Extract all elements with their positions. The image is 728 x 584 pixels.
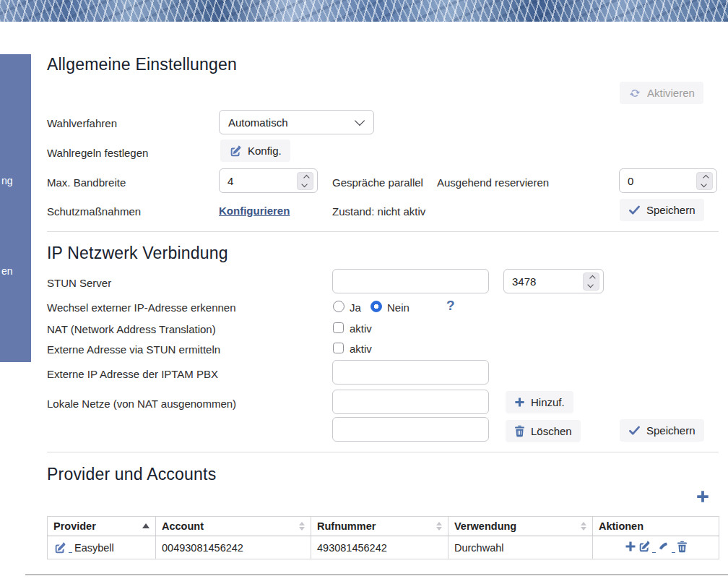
ausgehend-reservieren-label: Ausgehend reservieren bbox=[437, 176, 549, 189]
pbx-settings-page: ng en Allgemeine Einstellungen Aktiviere… bbox=[0, 0, 728, 584]
add-provider-button[interactable] bbox=[696, 489, 710, 507]
phone-config-icon[interactable] bbox=[657, 540, 670, 555]
check-icon bbox=[628, 424, 641, 437]
stun-port-value: 3478 bbox=[512, 275, 583, 288]
refresh-icon bbox=[628, 87, 641, 100]
column-header-provider[interactable]: Provider bbox=[48, 517, 156, 536]
edit-account-icon[interactable] bbox=[638, 540, 651, 555]
plus-icon bbox=[514, 397, 525, 408]
section-title-network: IP Netzwerk Verbindung bbox=[47, 244, 228, 263]
add-network-button-label: Hinzuf. bbox=[531, 396, 565, 408]
externe-ip-input[interactable] bbox=[332, 360, 489, 385]
ausgehend-reservieren-value: 0 bbox=[628, 175, 696, 187]
sidebar-item-fragment[interactable]: en bbox=[1, 265, 13, 277]
stun-server-input[interactable] bbox=[332, 269, 489, 293]
konfigurieren-link[interactable]: Konfigurieren bbox=[219, 205, 290, 217]
sort-icons[interactable] bbox=[436, 522, 442, 531]
column-header-verwendung[interactable]: Verwendung bbox=[448, 517, 593, 536]
rufnummer-cell: 493081456242 bbox=[311, 536, 448, 559]
sidebar-nav: ng en bbox=[0, 54, 31, 362]
gespraeche-parallel-label: Gespräche parallel bbox=[332, 176, 423, 189]
spinner-buttons[interactable] bbox=[297, 172, 313, 190]
stun-server-label: STUN Server bbox=[47, 276, 111, 290]
wahlverfahren-label: Wahlverfahren bbox=[47, 116, 117, 130]
wahlverfahren-selected-value: Automatisch bbox=[228, 116, 356, 129]
spinner-down-icon bbox=[587, 281, 593, 287]
wahlverfahren-select[interactable]: Automatisch bbox=[219, 110, 374, 134]
sort-icons[interactable] bbox=[299, 522, 305, 531]
table-row: Easybell 00493081456242 493081456242 Dur… bbox=[48, 536, 719, 559]
save-button-label: Speichern bbox=[646, 204, 696, 216]
chevron-down-icon bbox=[355, 116, 365, 126]
spinner-up-icon bbox=[589, 275, 595, 280]
provider-cell: Easybell bbox=[48, 536, 156, 559]
help-icon[interactable]: ? bbox=[446, 298, 455, 314]
spinner-down-icon bbox=[701, 181, 706, 186]
konfig-button[interactable]: Konfig. bbox=[220, 139, 290, 162]
table-header-row: Provider Account Rufnummer Verwendung Ak… bbox=[48, 517, 719, 536]
trash-icon bbox=[514, 425, 525, 437]
wahlregeln-label: Wahlregeln festlegen bbox=[47, 146, 148, 160]
add-account-icon[interactable] bbox=[625, 541, 636, 554]
verwendung-cell: Durchwahl bbox=[448, 536, 593, 559]
check-icon bbox=[628, 204, 641, 216]
zustand-status-text: Zustand: nicht aktiv bbox=[332, 205, 425, 218]
save-button-general[interactable]: Speichern bbox=[620, 199, 704, 221]
nat-label: NAT (Network Address Translation) bbox=[47, 322, 216, 336]
delete-network-button-label: Löschen bbox=[531, 425, 572, 437]
stun-ermitteln-checkbox[interactable] bbox=[333, 343, 344, 353]
spinner-up-icon bbox=[303, 174, 309, 180]
max-bandbreite-label: Max. Bandbreite bbox=[47, 176, 126, 189]
schutzmassnahmen-label: Schutzmaßnahmen bbox=[47, 205, 141, 218]
edit-provider-icon[interactable] bbox=[53, 541, 66, 554]
account-cell: 00493081456242 bbox=[156, 536, 311, 559]
nat-checkbox-label[interactable]: aktiv bbox=[350, 322, 372, 335]
activate-button[interactable]: Aktivieren bbox=[620, 82, 703, 104]
column-header-account[interactable]: Account bbox=[156, 517, 311, 536]
link-underscore bbox=[652, 543, 656, 553]
delete-network-button[interactable]: Löschen bbox=[506, 420, 581, 442]
activate-button-label: Aktivieren bbox=[647, 87, 695, 99]
add-network-button[interactable]: Hinzuf. bbox=[506, 391, 573, 413]
save-button-network[interactable]: Speichern bbox=[620, 419, 704, 442]
lokale-netze-list-input[interactable] bbox=[332, 417, 489, 442]
save-button-label: Speichern bbox=[646, 424, 696, 437]
spinner-buttons[interactable] bbox=[696, 172, 713, 190]
section-title-providers: Provider und Accounts bbox=[47, 465, 216, 484]
max-bandbreite-value: 4 bbox=[228, 175, 297, 187]
radio-nein-label[interactable]: Nein bbox=[387, 301, 410, 314]
section-title-general: Allgemeine Einstellungen bbox=[47, 55, 237, 74]
ausgehend-reservieren-stepper[interactable]: 0 bbox=[619, 168, 717, 193]
aktionen-cell bbox=[593, 536, 719, 559]
nat-checkbox[interactable] bbox=[333, 322, 344, 333]
stun-port-stepper[interactable]: 3478 bbox=[503, 269, 604, 293]
radio-nein[interactable] bbox=[370, 301, 382, 312]
lokale-netze-input[interactable] bbox=[332, 390, 489, 414]
konfig-button-label: Konfig. bbox=[248, 145, 282, 157]
externe-ip-label: Externe IP Adresse der IPTAM PBX bbox=[47, 367, 218, 381]
lokale-netze-label: Lokale Netze (von NAT ausgenommen) bbox=[47, 397, 236, 411]
stun-ermitteln-label: Externe Adresse via STUN ermitteln bbox=[47, 343, 220, 356]
delete-account-icon[interactable] bbox=[677, 541, 688, 555]
spinner-up-icon bbox=[703, 174, 708, 180]
header-banner-image bbox=[0, 0, 728, 22]
sidebar-item-fragment[interactable]: ng bbox=[1, 175, 13, 186]
radio-ja-label[interactable]: Ja bbox=[350, 301, 361, 314]
provider-table: Provider Account Rufnummer Verwendung Ak… bbox=[47, 516, 719, 559]
radio-ja[interactable] bbox=[333, 301, 344, 312]
section-divider bbox=[47, 231, 719, 232]
column-header-aktionen: Aktionen bbox=[593, 517, 719, 536]
stun-ermitteln-checkbox-label[interactable]: aktiv bbox=[350, 342, 372, 356]
sort-asc-icon[interactable] bbox=[142, 523, 150, 528]
page-bottom-divider bbox=[25, 574, 728, 575]
max-bandbreite-stepper[interactable]: 4 bbox=[219, 168, 318, 193]
column-header-rufnummer[interactable]: Rufnummer bbox=[311, 517, 448, 536]
link-underscore bbox=[69, 543, 72, 553]
spinner-down-icon bbox=[301, 181, 307, 186]
sort-icons[interactable] bbox=[581, 522, 586, 531]
edit-icon bbox=[229, 145, 242, 158]
section-divider bbox=[47, 452, 719, 452]
link-underscore bbox=[672, 543, 675, 553]
spinner-buttons[interactable] bbox=[583, 272, 599, 291]
provider-name[interactable]: Easybell bbox=[74, 542, 114, 554]
